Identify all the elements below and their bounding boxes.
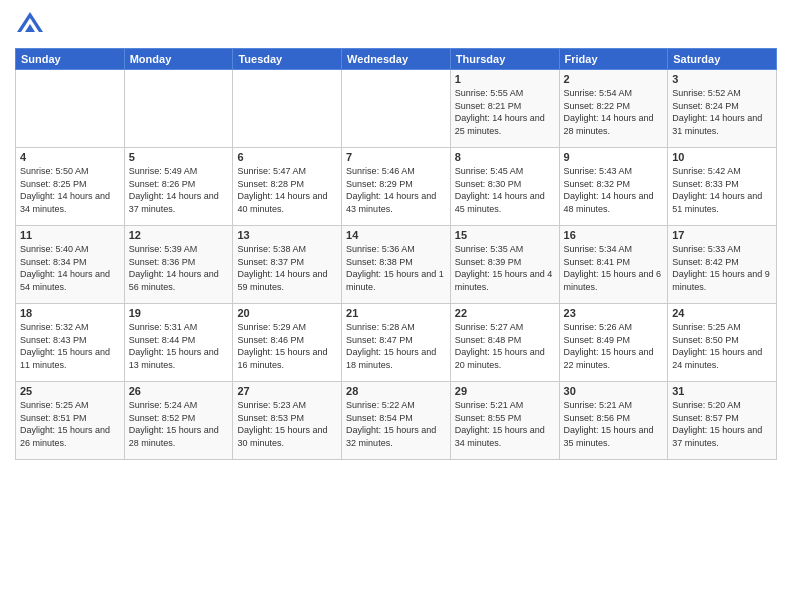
day-info: Sunrise: 5:21 AM Sunset: 8:55 PM Dayligh… [455,399,555,449]
calendar-week-row: 1Sunrise: 5:55 AM Sunset: 8:21 PM Daylig… [16,70,777,148]
day-number: 18 [20,307,120,319]
day-number: 15 [455,229,555,241]
day-number: 23 [564,307,664,319]
logo-icon [15,10,45,40]
calendar-header: SundayMondayTuesdayWednesdayThursdayFrid… [16,49,777,70]
calendar-cell: 31Sunrise: 5:20 AM Sunset: 8:57 PM Dayli… [668,382,777,460]
calendar-cell: 12Sunrise: 5:39 AM Sunset: 8:36 PM Dayli… [124,226,233,304]
day-number: 14 [346,229,446,241]
day-info: Sunrise: 5:55 AM Sunset: 8:21 PM Dayligh… [455,87,555,137]
calendar-body: 1Sunrise: 5:55 AM Sunset: 8:21 PM Daylig… [16,70,777,460]
day-info: Sunrise: 5:54 AM Sunset: 8:22 PM Dayligh… [564,87,664,137]
day-info: Sunrise: 5:21 AM Sunset: 8:56 PM Dayligh… [564,399,664,449]
day-info: Sunrise: 5:26 AM Sunset: 8:49 PM Dayligh… [564,321,664,371]
day-number: 12 [129,229,229,241]
day-number: 19 [129,307,229,319]
calendar-cell: 15Sunrise: 5:35 AM Sunset: 8:39 PM Dayli… [450,226,559,304]
calendar-cell: 20Sunrise: 5:29 AM Sunset: 8:46 PM Dayli… [233,304,342,382]
day-info: Sunrise: 5:20 AM Sunset: 8:57 PM Dayligh… [672,399,772,449]
calendar-cell: 28Sunrise: 5:22 AM Sunset: 8:54 PM Dayli… [342,382,451,460]
calendar-cell: 10Sunrise: 5:42 AM Sunset: 8:33 PM Dayli… [668,148,777,226]
calendar-cell: 19Sunrise: 5:31 AM Sunset: 8:44 PM Dayli… [124,304,233,382]
calendar-table: SundayMondayTuesdayWednesdayThursdayFrid… [15,48,777,460]
day-number: 9 [564,151,664,163]
day-number: 11 [20,229,120,241]
day-info: Sunrise: 5:32 AM Sunset: 8:43 PM Dayligh… [20,321,120,371]
calendar-cell: 14Sunrise: 5:36 AM Sunset: 8:38 PM Dayli… [342,226,451,304]
day-number: 20 [237,307,337,319]
day-number: 26 [129,385,229,397]
day-number: 4 [20,151,120,163]
day-info: Sunrise: 5:29 AM Sunset: 8:46 PM Dayligh… [237,321,337,371]
day-info: Sunrise: 5:23 AM Sunset: 8:53 PM Dayligh… [237,399,337,449]
calendar-cell: 22Sunrise: 5:27 AM Sunset: 8:48 PM Dayli… [450,304,559,382]
day-info: Sunrise: 5:40 AM Sunset: 8:34 PM Dayligh… [20,243,120,293]
weekday-header: Thursday [450,49,559,70]
calendar-week-row: 4Sunrise: 5:50 AM Sunset: 8:25 PM Daylig… [16,148,777,226]
calendar-week-row: 18Sunrise: 5:32 AM Sunset: 8:43 PM Dayli… [16,304,777,382]
day-info: Sunrise: 5:22 AM Sunset: 8:54 PM Dayligh… [346,399,446,449]
day-info: Sunrise: 5:43 AM Sunset: 8:32 PM Dayligh… [564,165,664,215]
day-number: 17 [672,229,772,241]
day-number: 5 [129,151,229,163]
calendar-cell: 2Sunrise: 5:54 AM Sunset: 8:22 PM Daylig… [559,70,668,148]
calendar-cell: 9Sunrise: 5:43 AM Sunset: 8:32 PM Daylig… [559,148,668,226]
day-number: 29 [455,385,555,397]
calendar-week-row: 11Sunrise: 5:40 AM Sunset: 8:34 PM Dayli… [16,226,777,304]
day-number: 1 [455,73,555,85]
weekday-header: Wednesday [342,49,451,70]
day-info: Sunrise: 5:28 AM Sunset: 8:47 PM Dayligh… [346,321,446,371]
day-info: Sunrise: 5:52 AM Sunset: 8:24 PM Dayligh… [672,87,772,137]
page-header [15,10,777,40]
calendar-cell: 6Sunrise: 5:47 AM Sunset: 8:28 PM Daylig… [233,148,342,226]
weekday-header: Sunday [16,49,125,70]
day-number: 6 [237,151,337,163]
day-info: Sunrise: 5:45 AM Sunset: 8:30 PM Dayligh… [455,165,555,215]
day-number: 31 [672,385,772,397]
day-number: 28 [346,385,446,397]
day-info: Sunrise: 5:38 AM Sunset: 8:37 PM Dayligh… [237,243,337,293]
day-info: Sunrise: 5:31 AM Sunset: 8:44 PM Dayligh… [129,321,229,371]
calendar-cell [124,70,233,148]
weekday-header: Friday [559,49,668,70]
day-number: 22 [455,307,555,319]
day-number: 10 [672,151,772,163]
calendar-cell: 21Sunrise: 5:28 AM Sunset: 8:47 PM Dayli… [342,304,451,382]
day-info: Sunrise: 5:33 AM Sunset: 8:42 PM Dayligh… [672,243,772,293]
calendar-cell: 11Sunrise: 5:40 AM Sunset: 8:34 PM Dayli… [16,226,125,304]
weekday-row: SundayMondayTuesdayWednesdayThursdayFrid… [16,49,777,70]
day-number: 30 [564,385,664,397]
day-info: Sunrise: 5:42 AM Sunset: 8:33 PM Dayligh… [672,165,772,215]
day-number: 24 [672,307,772,319]
day-number: 27 [237,385,337,397]
calendar-cell: 27Sunrise: 5:23 AM Sunset: 8:53 PM Dayli… [233,382,342,460]
calendar-cell: 13Sunrise: 5:38 AM Sunset: 8:37 PM Dayli… [233,226,342,304]
day-info: Sunrise: 5:27 AM Sunset: 8:48 PM Dayligh… [455,321,555,371]
calendar-cell: 29Sunrise: 5:21 AM Sunset: 8:55 PM Dayli… [450,382,559,460]
day-number: 21 [346,307,446,319]
day-info: Sunrise: 5:25 AM Sunset: 8:50 PM Dayligh… [672,321,772,371]
day-info: Sunrise: 5:35 AM Sunset: 8:39 PM Dayligh… [455,243,555,293]
calendar-cell [16,70,125,148]
weekday-header: Monday [124,49,233,70]
day-number: 2 [564,73,664,85]
day-info: Sunrise: 5:24 AM Sunset: 8:52 PM Dayligh… [129,399,229,449]
calendar-cell: 18Sunrise: 5:32 AM Sunset: 8:43 PM Dayli… [16,304,125,382]
calendar-cell [342,70,451,148]
calendar-cell: 8Sunrise: 5:45 AM Sunset: 8:30 PM Daylig… [450,148,559,226]
day-info: Sunrise: 5:36 AM Sunset: 8:38 PM Dayligh… [346,243,446,293]
logo [15,10,49,40]
calendar-cell: 4Sunrise: 5:50 AM Sunset: 8:25 PM Daylig… [16,148,125,226]
calendar-cell: 16Sunrise: 5:34 AM Sunset: 8:41 PM Dayli… [559,226,668,304]
calendar-cell: 25Sunrise: 5:25 AM Sunset: 8:51 PM Dayli… [16,382,125,460]
weekday-header: Tuesday [233,49,342,70]
day-info: Sunrise: 5:39 AM Sunset: 8:36 PM Dayligh… [129,243,229,293]
calendar-cell: 23Sunrise: 5:26 AM Sunset: 8:49 PM Dayli… [559,304,668,382]
calendar-cell: 26Sunrise: 5:24 AM Sunset: 8:52 PM Dayli… [124,382,233,460]
day-number: 16 [564,229,664,241]
day-number: 25 [20,385,120,397]
day-info: Sunrise: 5:50 AM Sunset: 8:25 PM Dayligh… [20,165,120,215]
weekday-header: Saturday [668,49,777,70]
day-info: Sunrise: 5:49 AM Sunset: 8:26 PM Dayligh… [129,165,229,215]
calendar-cell: 30Sunrise: 5:21 AM Sunset: 8:56 PM Dayli… [559,382,668,460]
